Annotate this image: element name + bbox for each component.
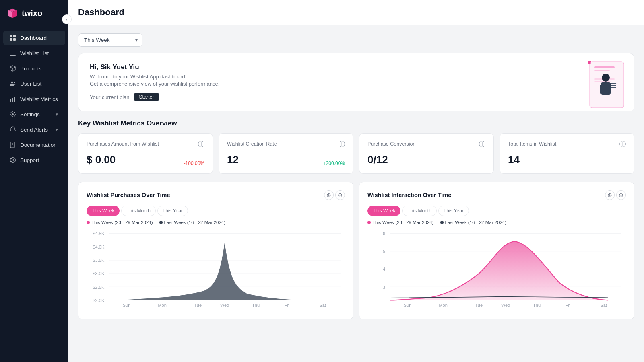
svg-text:$2.0K: $2.0K xyxy=(93,298,105,303)
svg-rect-33 xyxy=(600,85,603,94)
metric-card-purchase-conversion: Purchase Conversion i 0/12 xyxy=(359,133,494,174)
metric-card-total-items: Total Items in Wishlist i 14 xyxy=(500,133,634,174)
legend-this-week-purchases: This Week (23 - 29 Mar 2024) xyxy=(87,220,153,225)
chart-interaction-header: Wishlist Interaction Over Time ⊕ ⊖ xyxy=(367,190,626,200)
zoom-in-button[interactable]: ⊕ xyxy=(324,190,334,200)
metric-card-creation-rate: Wishlist Creation Rate i 12 +200.00% xyxy=(219,133,353,174)
chart-interaction-tabs: This Week This Month This Year xyxy=(367,206,626,216)
metric-value-purchase-conversion: 0/12 xyxy=(367,154,388,166)
tab-this-month-purchases[interactable]: This Month xyxy=(121,206,155,216)
sidebar-item-dashboard[interactable]: Dashboard xyxy=(3,31,65,45)
welcome-illustration xyxy=(578,58,626,110)
chart-purchases-legend: This Week (23 - 29 Mar 2024) Last Week (… xyxy=(87,220,345,225)
sidebar-item-support[interactable]: Support xyxy=(3,153,65,167)
svg-rect-2 xyxy=(10,38,12,41)
sidebar-label-wishlist-metrics: Wishlist Metrics xyxy=(20,96,58,102)
tab-this-week-interaction[interactable]: This Week xyxy=(367,206,400,216)
purchases-chart-svg: $4.5K $4.0K $3.5K $3.0K $2.5K $2.0K Sun … xyxy=(87,229,345,309)
tab-this-year-purchases[interactable]: This Year xyxy=(157,206,188,216)
svg-text:Sat: Sat xyxy=(319,303,326,308)
metric-value-creation-rate: 12 xyxy=(227,154,239,166)
metric-label-creation-rate: Wishlist Creation Rate i xyxy=(227,141,345,147)
sidebar-label-user-list: User List xyxy=(20,81,41,87)
time-filter-select[interactable]: This Week This Month This Year xyxy=(78,33,142,47)
settings-chevron-icon: ▼ xyxy=(55,112,59,117)
svg-rect-34 xyxy=(609,83,611,92)
svg-text:Mon: Mon xyxy=(158,303,167,308)
svg-rect-30 xyxy=(594,81,611,82)
sidebar-item-settings[interactable]: Settings ▼ xyxy=(3,107,65,121)
sidebar-item-wishlist-list[interactable]: Wishlist List xyxy=(3,46,65,60)
svg-rect-36 xyxy=(611,85,616,86)
gear-icon xyxy=(10,111,16,117)
svg-text:Sat: Sat xyxy=(600,303,607,308)
logo-icon xyxy=(6,7,19,19)
welcome-line2: Get a comprehensive view of your wishlis… xyxy=(90,81,623,87)
book-icon xyxy=(10,142,16,148)
grid-icon xyxy=(10,35,16,41)
sidebar-collapse-button[interactable]: ‹ xyxy=(62,14,72,24)
zoom-out-button-2[interactable]: ⊖ xyxy=(616,190,626,200)
metric-label-purchases-amount: Purchases Amount from Wishlist i xyxy=(87,141,204,147)
metric-info-icon-3[interactable]: i xyxy=(619,141,626,147)
time-filter-dropdown[interactable]: This Week This Month This Year ▾ xyxy=(78,33,142,47)
legend-this-week-interaction: This Week (23 - 29 Mar 2024) xyxy=(367,220,434,225)
tab-this-week-purchases[interactable]: This Week xyxy=(87,206,120,216)
tab-this-year-interaction[interactable]: This Year xyxy=(438,206,469,216)
interaction-chart-svg: 6 5 4 3 Sun xyxy=(367,229,626,309)
svg-rect-6 xyxy=(10,55,16,56)
svg-text:$3.0K: $3.0K xyxy=(93,271,105,276)
sidebar-label-products: Products xyxy=(20,66,41,72)
sidebar-item-wishlist-metrics[interactable]: Wishlist Metrics xyxy=(3,92,65,106)
zoom-in-button-2[interactable]: ⊕ xyxy=(605,190,615,200)
svg-rect-12 xyxy=(10,99,11,102)
metric-card-purchases-amount: Purchases Amount from Wishlist i $ 0.00 … xyxy=(78,133,213,174)
metric-info-icon-2[interactable]: i xyxy=(479,141,485,147)
svg-text:Tue: Tue xyxy=(475,303,483,308)
svg-text:Thu: Thu xyxy=(533,303,541,308)
metric-change-purchases-amount: -100.00% xyxy=(184,160,204,166)
metric-value-total-items: 14 xyxy=(508,154,520,166)
chart-icon xyxy=(10,96,16,102)
svg-point-11 xyxy=(14,82,15,83)
svg-rect-27 xyxy=(594,66,615,68)
sidebar-item-user-list[interactable]: User List xyxy=(3,76,65,91)
svg-text:$4.5K: $4.5K xyxy=(93,231,105,236)
welcome-plan-row: Your current plan: Starter xyxy=(90,93,623,101)
metric-label-total-items: Total Items in Wishlist i xyxy=(508,141,626,147)
tab-this-month-interaction[interactable]: This Month xyxy=(402,206,436,216)
dashboard-content: This Week This Month This Year ▾ Hi, Sik… xyxy=(68,25,644,327)
svg-rect-5 xyxy=(10,53,16,53)
legend-dot-this-week xyxy=(87,221,90,224)
svg-rect-3 xyxy=(13,38,16,41)
svg-text:3: 3 xyxy=(383,285,385,290)
svg-text:5: 5 xyxy=(383,249,385,254)
svg-rect-0 xyxy=(10,35,12,37)
svg-rect-14 xyxy=(14,97,15,102)
box-icon xyxy=(10,65,16,72)
svg-line-8 xyxy=(13,67,16,69)
legend-dot-last-week-2 xyxy=(440,221,444,224)
svg-point-10 xyxy=(11,82,13,84)
list-icon xyxy=(10,50,16,56)
zoom-out-button[interactable]: ⊖ xyxy=(335,190,345,200)
svg-text:Thu: Thu xyxy=(252,303,260,308)
support-icon xyxy=(10,157,16,163)
metric-info-icon-1[interactable]: i xyxy=(339,141,345,147)
welcome-line1: Welcome to your Wishlist App dashboard! xyxy=(90,74,623,80)
metric-info-icon-0[interactable]: i xyxy=(198,141,204,147)
logo-text: twixo xyxy=(22,9,42,18)
sidebar-item-send-alerts[interactable]: Send Alerts ▼ xyxy=(3,122,65,137)
svg-rect-37 xyxy=(611,87,616,88)
svg-rect-4 xyxy=(10,51,16,51)
sidebar-item-products[interactable]: Products xyxy=(3,61,65,76)
svg-text:4: 4 xyxy=(383,267,385,272)
sidebar: twixo Dashboard Wishlist List xyxy=(0,0,68,362)
sidebar-label-support: Support xyxy=(20,157,39,163)
welcome-greeting: Hi, Sik Yuet Yiu xyxy=(90,63,623,71)
metric-label-purchase-conversion: Purchase Conversion i xyxy=(367,141,485,147)
sidebar-item-documentation[interactable]: Documentation xyxy=(3,138,65,152)
svg-text:Fri: Fri xyxy=(566,303,571,308)
chart-purchases-zoom: ⊕ ⊖ xyxy=(324,190,345,200)
svg-text:Fri: Fri xyxy=(285,303,290,308)
